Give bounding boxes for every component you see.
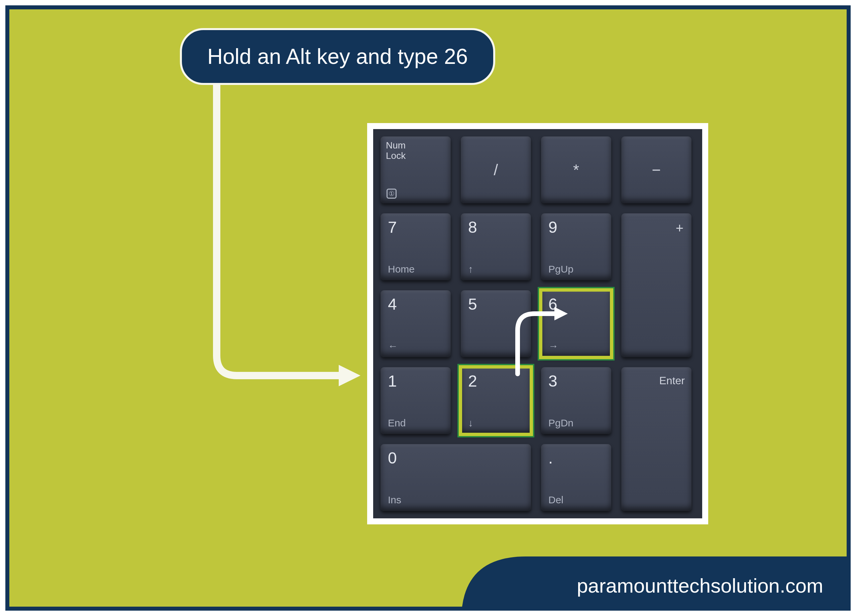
key-6-sub: → xyxy=(548,340,559,352)
enter-label: Enter xyxy=(659,374,685,387)
key-4[interactable]: 4 ← xyxy=(380,290,451,357)
key-6-num: 6 xyxy=(548,295,557,313)
key-2[interactable]: 2 ↓ xyxy=(461,367,531,434)
key-slash[interactable]: / xyxy=(461,136,531,203)
instruction-text: Hold an Alt key and type 26 xyxy=(207,45,468,69)
key-9-sub: PgUp xyxy=(548,263,573,275)
instruction-bubble: Hold an Alt key and type 26 xyxy=(180,28,495,85)
svg-marker-0 xyxy=(339,365,360,386)
key-5[interactable]: 5 xyxy=(461,290,531,357)
key-2-num: 2 xyxy=(468,372,477,390)
connector-arrow xyxy=(207,85,367,402)
key-plus[interactable]: + xyxy=(621,213,691,357)
key-4-num: 4 xyxy=(388,295,397,313)
key-1-num: 1 xyxy=(388,372,397,390)
key-9-num: 9 xyxy=(548,218,557,236)
key-numlock[interactable]: NumLock ① xyxy=(380,136,451,203)
numlock-line2: Lock xyxy=(386,151,406,161)
numlock-indicator-icon: ① xyxy=(386,189,397,199)
key-0-num: 0 xyxy=(388,449,397,467)
slash-glyph: / xyxy=(494,161,498,179)
key-3-sub: PgDn xyxy=(548,417,573,429)
key-8-sub: ↑ xyxy=(468,263,473,275)
minus-glyph: − xyxy=(652,161,661,179)
star-glyph: * xyxy=(573,161,579,179)
footer: paramounttechsolution.com xyxy=(405,556,847,607)
key-dot-num: . xyxy=(548,449,553,467)
key-5-num: 5 xyxy=(468,295,477,313)
footer-url: paramounttechsolution.com xyxy=(577,574,823,597)
numeric-keypad: NumLock ① / * − 7 Home 8 ↑ 9 xyxy=(367,123,708,524)
key-0-sub: Ins xyxy=(388,494,401,506)
key-enter[interactable]: Enter xyxy=(621,367,691,511)
key-4-sub: ← xyxy=(388,340,398,352)
key-dot-sub: Del xyxy=(548,494,563,506)
key-3-num: 3 xyxy=(548,372,557,390)
key-9[interactable]: 9 PgUp xyxy=(541,213,611,280)
key-7-num: 7 xyxy=(388,218,397,236)
numlock-line1: Num xyxy=(386,140,406,151)
diagram-frame: Hold an Alt key and type 26 NumLock ① / … xyxy=(5,5,851,611)
key-1-sub: End xyxy=(388,417,406,429)
key-1[interactable]: 1 End xyxy=(380,367,451,434)
key-dot[interactable]: . Del xyxy=(541,444,611,511)
key-minus[interactable]: − xyxy=(621,136,691,203)
key-star[interactable]: * xyxy=(541,136,611,203)
key-8[interactable]: 8 ↑ xyxy=(461,213,531,280)
key-6[interactable]: 6 → xyxy=(541,290,611,357)
key-3[interactable]: 3 PgDn xyxy=(541,367,611,434)
plus-glyph: + xyxy=(676,221,684,236)
key-7-sub: Home xyxy=(388,263,415,275)
key-2-sub: ↓ xyxy=(468,417,473,429)
key-8-num: 8 xyxy=(468,218,477,236)
key-0[interactable]: 0 Ins xyxy=(380,444,531,511)
key-7[interactable]: 7 Home xyxy=(380,213,451,280)
